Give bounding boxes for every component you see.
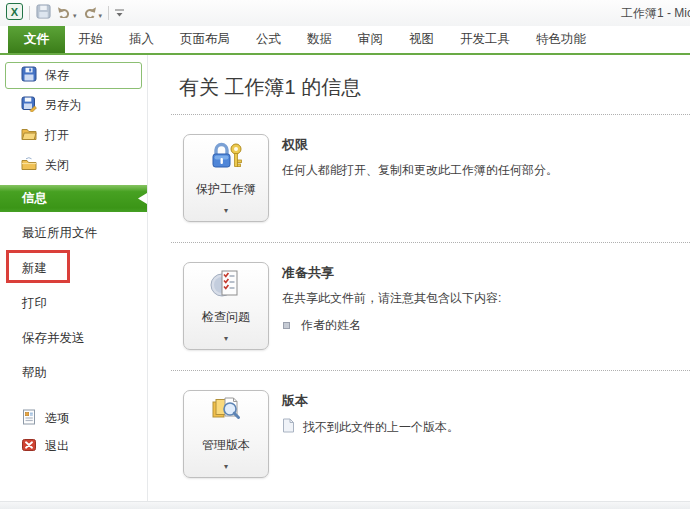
undo-dropdown-caret-icon[interactable] bbox=[73, 4, 77, 22]
backstage-main: 保存 另存为 打开 关闭 信息 bbox=[0, 55, 690, 509]
lock-key-icon bbox=[208, 139, 244, 177]
dropdown-caret-icon bbox=[224, 327, 228, 345]
section-description: 在共享此文件前，请注意其包含以下内容: bbox=[282, 290, 501, 307]
version-file-icon bbox=[282, 418, 295, 437]
ribbon-tab-row: 文件 开始 插入 页面布局 公式 数据 审阅 视图 开发工具 特色功能 bbox=[0, 26, 690, 55]
tab-formulas[interactable]: 公式 bbox=[243, 26, 294, 53]
versions-section: 管理版本 版本 找不到此文件的上一个版本。 bbox=[148, 371, 690, 498]
tab-view[interactable]: 视图 bbox=[396, 26, 447, 53]
excel-logo-icon[interactable]: X bbox=[6, 3, 23, 24]
customize-qat-icon[interactable] bbox=[115, 4, 124, 22]
manage-versions-icon bbox=[209, 395, 243, 433]
sidebar-item-open[interactable]: 打开 bbox=[0, 121, 147, 149]
options-icon bbox=[21, 409, 37, 428]
sidebar-item-info[interactable]: 信息 bbox=[0, 185, 147, 212]
sidebar-item-label: 打开 bbox=[45, 127, 69, 144]
sidebar-item-label: 退出 bbox=[45, 438, 69, 455]
section-heading: 权限 bbox=[282, 136, 558, 154]
sidebar-item-label: 保存 bbox=[45, 67, 69, 84]
check-issues-button[interactable]: 检查问题 bbox=[183, 262, 269, 350]
save-as-icon bbox=[21, 96, 37, 115]
redo-icon bbox=[83, 4, 97, 22]
inspect-document-icon bbox=[209, 267, 243, 305]
window-title: 工作簿1 - Mic bbox=[621, 5, 690, 22]
backstage-sidebar: 保存 另存为 打开 关闭 信息 bbox=[0, 55, 148, 509]
version-note: 找不到此文件的上一个版本。 bbox=[282, 418, 459, 437]
toolbar-separator bbox=[108, 6, 109, 20]
sidebar-item-save-and-send[interactable]: 保存并发送 bbox=[0, 324, 147, 352]
sidebar-item-label: 关闭 bbox=[45, 157, 69, 174]
tab-insert[interactable]: 插入 bbox=[116, 26, 167, 53]
save-icon[interactable] bbox=[36, 4, 51, 23]
dropdown-caret-icon bbox=[224, 455, 228, 473]
sidebar-item-save[interactable]: 保存 bbox=[5, 62, 142, 89]
sidebar-item-recent[interactable]: 最近所用文件 bbox=[0, 219, 147, 247]
tab-developer[interactable]: 开发工具 bbox=[447, 26, 523, 53]
section-description: 任何人都能打开、复制和更改此工作簿的任何部分。 bbox=[282, 162, 558, 179]
permissions-text: 权限 任何人都能打开、复制和更改此工作簿的任何部分。 bbox=[282, 134, 558, 179]
section-heading: 准备共享 bbox=[282, 264, 501, 282]
section-heading: 版本 bbox=[282, 392, 459, 410]
dropdown-caret-icon bbox=[224, 199, 228, 217]
version-note-text: 找不到此文件的上一个版本。 bbox=[303, 419, 459, 436]
permissions-section: 保护工作簿 权限 任何人都能打开、复制和更改此工作簿的任何部分。 bbox=[148, 115, 690, 242]
tab-file[interactable]: 文件 bbox=[8, 26, 65, 53]
page-title: 有关 工作簿1 的信息 bbox=[179, 74, 690, 101]
manage-versions-button[interactable]: 管理版本 bbox=[183, 390, 269, 478]
redo-button[interactable] bbox=[83, 4, 103, 22]
prepare-sharing-text: 准备共享 在共享此文件前，请注意其包含以下内容: 作者的姓名 bbox=[282, 262, 501, 334]
protect-workbook-button[interactable]: 保护工作簿 bbox=[183, 134, 269, 222]
open-folder-icon bbox=[21, 126, 37, 145]
sidebar-item-help[interactable]: 帮助 bbox=[0, 359, 147, 387]
sidebar-item-exit[interactable]: 退出 bbox=[0, 433, 147, 460]
sidebar-item-label: 新建 bbox=[22, 260, 47, 277]
button-label: 保护工作簿 bbox=[196, 181, 256, 198]
prepare-sharing-section: 检查问题 准备共享 在共享此文件前，请注意其包含以下内容: 作者的姓名 bbox=[148, 243, 690, 370]
close-folder-icon bbox=[21, 156, 37, 175]
quick-access-toolbar: X bbox=[6, 3, 124, 24]
versions-text: 版本 找不到此文件的上一个版本。 bbox=[282, 390, 459, 437]
button-label: 管理版本 bbox=[202, 437, 250, 454]
sidebar-item-print[interactable]: 打印 bbox=[0, 289, 147, 317]
tab-page-layout[interactable]: 页面布局 bbox=[167, 26, 243, 53]
floppy-icon bbox=[21, 66, 37, 85]
sidebar-item-save-as[interactable]: 另存为 bbox=[0, 91, 147, 119]
toolbar-separator bbox=[29, 6, 30, 20]
sidebar-item-options[interactable]: 选项 bbox=[0, 405, 147, 432]
tab-home[interactable]: 开始 bbox=[65, 26, 116, 53]
redo-dropdown-caret-icon[interactable] bbox=[99, 4, 103, 22]
tab-review[interactable]: 审阅 bbox=[345, 26, 396, 53]
sidebar-item-close[interactable]: 关闭 bbox=[0, 151, 147, 179]
bullet-square-icon bbox=[283, 322, 290, 329]
excel-backstage-window: X 工作簿1 - Mic bbox=[0, 0, 690, 509]
tab-special-features[interactable]: 特色功能 bbox=[523, 26, 599, 53]
sidebar-item-label: 另存为 bbox=[45, 97, 81, 114]
backstage-nav: 信息 最近所用文件 新建 打印 保存并发送 帮助 bbox=[0, 185, 147, 394]
share-issue-label: 作者的姓名 bbox=[301, 317, 361, 334]
undo-icon bbox=[57, 4, 71, 22]
tab-data[interactable]: 数据 bbox=[294, 26, 345, 53]
undo-button[interactable] bbox=[57, 4, 77, 22]
sidebar-item-label: 选项 bbox=[45, 410, 69, 427]
svg-text:X: X bbox=[11, 5, 19, 17]
button-label: 检查问题 bbox=[202, 309, 250, 326]
sidebar-bottom-group: 选项 退出 bbox=[0, 405, 147, 461]
title-bar: X 工作簿1 - Mic bbox=[0, 0, 690, 26]
exit-icon bbox=[21, 437, 37, 456]
share-issue-item: 作者的姓名 bbox=[283, 317, 501, 334]
info-pane: 有关 工作簿1 的信息 保护工作簿 权限 任何人都能打开、复制和更改此工作簿的任… bbox=[148, 55, 690, 509]
sidebar-item-new[interactable]: 新建 bbox=[0, 254, 147, 282]
window-bottom-edge bbox=[0, 501, 690, 509]
